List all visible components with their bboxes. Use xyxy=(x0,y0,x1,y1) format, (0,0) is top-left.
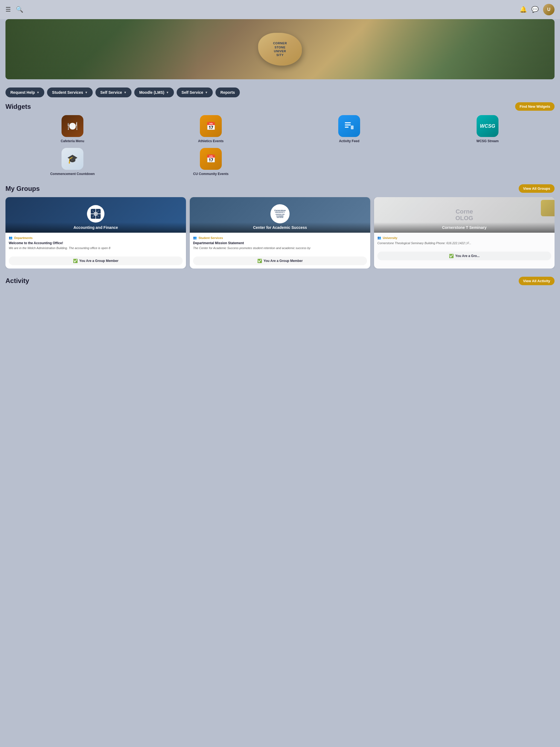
group-accounting-category-label: Departments xyxy=(14,236,32,239)
check-icon: ✅ xyxy=(257,259,262,263)
nav-btn-request-help-label: Request Help xyxy=(10,90,35,95)
group-cornerstone-member-badge: ✅ You Are a Gro... xyxy=(377,252,551,260)
widgets-title: Widgets xyxy=(5,103,31,110)
check-icon: ✅ xyxy=(73,259,78,263)
people-icon: 👥 xyxy=(9,236,12,239)
hamburger-icon[interactable]: ☰ xyxy=(5,6,11,13)
group-academic-logo: Cornerstone UNIVERSITY CENTER FOR ACADEM… xyxy=(271,204,289,223)
group-accounting-category: 👥 Departments xyxy=(9,236,183,239)
people-icon: 👥 xyxy=(193,236,197,239)
group-banner-accounting: Accounting and Finance xyxy=(5,197,186,233)
nav-btn-student-services[interactable]: Student Services ▼ xyxy=(47,87,93,97)
avatar[interactable]: U xyxy=(543,4,555,15)
find-new-widgets-button[interactable]: Find New Widgets xyxy=(515,102,555,111)
view-all-groups-button[interactable]: View All Groups xyxy=(519,184,555,193)
nav-btn-student-services-label: Student Services xyxy=(52,90,83,95)
wcsg-icon: WCSG xyxy=(477,115,499,137)
wcsg-text: WCSG xyxy=(480,123,495,129)
group-academic-member-label: You Are a Group Member xyxy=(263,259,303,263)
chat-icon[interactable]: 💬 xyxy=(531,6,539,13)
wcsg-stream-label: WCSG Stream xyxy=(476,139,499,144)
groups-section-header: My Groups View All Groups xyxy=(5,184,555,193)
widget-cafeteria-menu[interactable]: 🍽️ Cafeteria Menu xyxy=(5,115,139,144)
cu-community-events-label: CU Community Events xyxy=(193,172,228,176)
group-card-cornerstone[interactable]: CorneOLOG Cornerstone T Seminary 👥 Unive… xyxy=(374,197,555,268)
commencement-icon: 🎓 xyxy=(61,148,83,170)
nav-btn-self-service-1[interactable]: Self Service ▼ xyxy=(96,87,131,97)
main-content: Widgets Find New Widgets 🍽️ Cafeteria Me… xyxy=(0,102,560,285)
cafeteria-icon: 🍽️ xyxy=(61,115,83,137)
group-academic-category-label: Student Services xyxy=(199,236,223,239)
group-academic-desc-title: Departmental Mission Statement xyxy=(193,241,367,245)
group-card-academic-success[interactable]: Cornerstone UNIVERSITY CENTER FOR ACADEM… xyxy=(190,197,370,268)
nav-btn-self-service-2[interactable]: Self Service ▼ xyxy=(177,87,213,97)
group-cornerstone-title: Cornerstone T Seminary xyxy=(374,222,555,233)
hero-stone-text: CORNERSTONEUNIVERSITY xyxy=(273,41,287,57)
group-cornerstone-body: 👥 University Cornerstone Theological Sem… xyxy=(374,233,555,249)
chevron-down-icon: ▼ xyxy=(166,91,169,94)
widget-cu-events[interactable]: 📅 CU Community Events xyxy=(144,148,278,176)
chevron-down-icon: ▼ xyxy=(205,91,208,94)
search-icon[interactable]: 🔍 xyxy=(16,6,23,13)
svg-rect-0 xyxy=(345,122,351,123)
group-cornerstone-desc-text: Cornerstone Theological Seminary Buildin… xyxy=(377,241,551,245)
nav-btn-self-service-2-label: Self Service xyxy=(182,90,203,95)
groups-section: My Groups View All Groups xyxy=(5,184,555,268)
cornerstone-bg-text: CorneOLOG xyxy=(456,208,473,222)
widgets-grid: 🍽️ Cafeteria Menu 📅 Athletics Events xyxy=(5,115,555,176)
nav-btn-request-help[interactable]: Request Help ▼ xyxy=(5,87,44,97)
group-academic-desc-text: The Center for Academic Success promotes… xyxy=(193,246,367,250)
group-banner-academic: Cornerstone UNIVERSITY CENTER FOR ACADEM… xyxy=(190,197,370,233)
widget-commencement[interactable]: 🎓 Commencement Countdown xyxy=(5,148,139,176)
group-accounting-title: Accounting and Finance xyxy=(5,222,186,233)
group-accounting-desc-text: We are in the Welch Administration Build… xyxy=(9,246,183,250)
chevron-down-icon: ▼ xyxy=(85,91,88,94)
bell-icon[interactable]: 🔔 xyxy=(519,6,527,13)
cu-events-icon: 📅 xyxy=(200,148,222,170)
widget-activity-feed[interactable]: Activity Feed xyxy=(282,115,416,144)
widget-wcsg-stream[interactable]: WCSG WCSG Stream xyxy=(421,115,555,144)
widget-athletics-events[interactable]: 📅 Athletics Events xyxy=(144,115,278,144)
view-all-activity-button[interactable]: View All Activity xyxy=(519,277,555,285)
people-icon: 👥 xyxy=(377,236,381,239)
cafeteria-menu-label: Cafeteria Menu xyxy=(61,139,84,144)
nav-btn-moodle[interactable]: Moodle (LMS) ▼ xyxy=(134,87,174,97)
athletics-events-label: Athletics Events xyxy=(198,139,223,144)
group-accounting-member-badge: ✅ You Are a Group Member xyxy=(9,256,183,265)
chevron-down-icon: ▼ xyxy=(124,91,127,94)
widgets-section-header: Widgets Find New Widgets xyxy=(5,102,555,111)
header-right: 🔔 💬 U xyxy=(519,4,555,15)
athletics-icon: 📅 xyxy=(200,115,222,137)
svg-rect-2 xyxy=(345,127,349,128)
svg-rect-1 xyxy=(345,124,351,126)
nav-bar: Request Help ▼ Student Services ▼ Self S… xyxy=(0,85,560,102)
group-card-accounting[interactable]: Accounting and Finance 👥 Departments Wel… xyxy=(5,197,186,268)
svg-rect-3 xyxy=(351,126,354,129)
group-academic-category: 👥 Student Services xyxy=(193,236,367,239)
activity-section-header: Activity View All Activity xyxy=(5,277,555,285)
group-banner-cornerstone: CorneOLOG Cornerstone T Seminary xyxy=(374,197,555,233)
group-cornerstone-member-label: You Are a Gro... xyxy=(455,254,480,258)
activity-feed-label: Activity Feed xyxy=(339,139,360,144)
groups-grid: Accounting and Finance 👥 Departments Wel… xyxy=(5,197,555,268)
widgets-section: Widgets Find New Widgets 🍽️ Cafeteria Me… xyxy=(5,102,555,176)
group-academic-body: 👥 Student Services Departmental Mission … xyxy=(190,233,370,254)
group-cornerstone-category: 👥 University xyxy=(377,236,551,239)
nav-btn-reports[interactable]: Reports xyxy=(215,87,240,97)
group-academic-member-badge: ✅ You Are a Group Member xyxy=(193,256,367,265)
group-academic-title: Center for Academic Success xyxy=(190,222,370,233)
hero-overlay-right xyxy=(362,19,555,79)
group-accounting-desc-title: Welcome to the Accounting Office! xyxy=(9,241,183,245)
nav-btn-self-service-1-label: Self Service xyxy=(100,90,122,95)
groups-title: My Groups xyxy=(5,185,40,192)
nav-btn-reports-label: Reports xyxy=(221,90,235,95)
header-left: ☰ 🔍 xyxy=(5,6,23,13)
hero-banner: CORNERSTONEUNIVERSITY xyxy=(5,19,555,79)
activity-feed-icon xyxy=(338,115,360,137)
commencement-countdown-label: Commencement Countdown xyxy=(50,172,95,176)
chevron-down-icon: ▼ xyxy=(36,91,40,94)
group-accounting-member-label: You Are a Group Member xyxy=(79,259,119,263)
nav-btn-moodle-label: Moodle (LMS) xyxy=(139,90,164,95)
hero-overlay-left xyxy=(5,19,198,79)
check-icon: ✅ xyxy=(449,254,454,258)
